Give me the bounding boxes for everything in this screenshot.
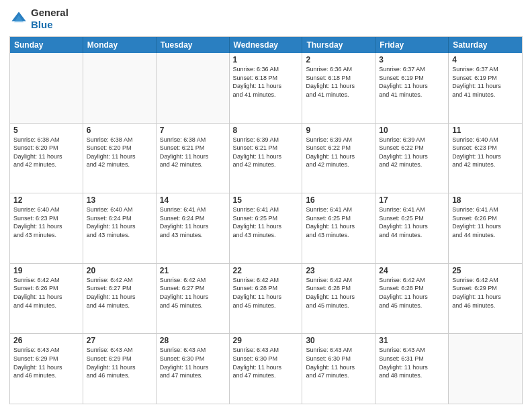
day-info: Sunrise: 6:41 AM Sunset: 6:26 PM Dayligh… <box>452 205 519 239</box>
page: General Blue SundayMondayTuesdayWednesda… <box>0 0 532 411</box>
empty-cell <box>157 53 230 123</box>
day-cell-4: 4Sunrise: 6:37 AM Sunset: 6:19 PM Daylig… <box>449 53 522 123</box>
day-info: Sunrise: 6:41 AM Sunset: 6:25 PM Dayligh… <box>233 205 299 239</box>
day-number: 17 <box>379 195 445 205</box>
calendar-row-3: 19Sunrise: 6:42 AM Sunset: 6:26 PM Dayli… <box>10 263 522 334</box>
day-cell-25: 25Sunrise: 6:42 AM Sunset: 6:29 PM Dayli… <box>449 264 522 334</box>
day-info: Sunrise: 6:38 AM Sunset: 6:21 PM Dayligh… <box>160 136 226 169</box>
calendar-row-1: 5Sunrise: 6:38 AM Sunset: 6:20 PM Daylig… <box>10 123 522 193</box>
day-cell-11: 11Sunrise: 6:40 AM Sunset: 6:23 PM Dayli… <box>449 124 522 193</box>
calendar: SundayMondayTuesdayWednesdayThursdayFrid… <box>9 36 523 404</box>
day-cell-9: 9Sunrise: 6:39 AM Sunset: 6:22 PM Daylig… <box>302 124 375 193</box>
empty-cell <box>83 53 157 123</box>
day-info: Sunrise: 6:39 AM Sunset: 6:21 PM Dayligh… <box>233 136 299 169</box>
day-info: Sunrise: 6:40 AM Sunset: 6:23 PM Dayligh… <box>452 136 519 169</box>
day-number: 7 <box>160 126 226 135</box>
day-number: 1 <box>233 55 299 64</box>
header-day-monday: Monday <box>83 37 157 53</box>
day-cell-20: 20Sunrise: 6:42 AM Sunset: 6:27 PM Dayli… <box>83 264 157 334</box>
header-day-tuesday: Tuesday <box>157 37 230 53</box>
day-cell-17: 17Sunrise: 6:41 AM Sunset: 6:25 PM Dayli… <box>375 193 449 263</box>
day-cell-13: 13Sunrise: 6:40 AM Sunset: 6:24 PM Dayli… <box>83 193 157 263</box>
day-info: Sunrise: 6:43 AM Sunset: 6:30 PM Dayligh… <box>306 346 371 379</box>
day-cell-19: 19Sunrise: 6:42 AM Sunset: 6:26 PM Dayli… <box>10 264 83 334</box>
calendar-row-4: 26Sunrise: 6:43 AM Sunset: 6:29 PM Dayli… <box>10 333 522 404</box>
day-info: Sunrise: 6:43 AM Sunset: 6:30 PM Dayligh… <box>160 346 226 379</box>
day-cell-8: 8Sunrise: 6:39 AM Sunset: 6:21 PM Daylig… <box>230 124 303 193</box>
day-number: 9 <box>306 126 371 135</box>
day-number: 10 <box>379 126 445 135</box>
day-info: Sunrise: 6:42 AM Sunset: 6:28 PM Dayligh… <box>233 276 299 310</box>
day-cell-22: 22Sunrise: 6:42 AM Sunset: 6:28 PM Dayli… <box>230 264 303 334</box>
header: General Blue <box>9 7 523 31</box>
day-cell-30: 30Sunrise: 6:43 AM Sunset: 6:30 PM Dayli… <box>302 334 375 404</box>
day-info: Sunrise: 6:41 AM Sunset: 6:24 PM Dayligh… <box>160 205 226 239</box>
day-info: Sunrise: 6:40 AM Sunset: 6:23 PM Dayligh… <box>13 205 79 239</box>
header-day-sunday: Sunday <box>10 37 83 53</box>
day-info: Sunrise: 6:42 AM Sunset: 6:28 PM Dayligh… <box>306 276 371 310</box>
day-number: 31 <box>379 336 445 345</box>
day-cell-7: 7Sunrise: 6:38 AM Sunset: 6:21 PM Daylig… <box>157 124 230 193</box>
day-number: 2 <box>306 55 371 64</box>
calendar-header: SundayMondayTuesdayWednesdayThursdayFrid… <box>10 37 522 53</box>
day-info: Sunrise: 6:39 AM Sunset: 6:22 PM Dayligh… <box>379 136 445 169</box>
empty-cell <box>10 53 83 123</box>
header-day-saturday: Saturday <box>449 37 522 53</box>
day-cell-5: 5Sunrise: 6:38 AM Sunset: 6:20 PM Daylig… <box>10 124 83 193</box>
day-info: Sunrise: 6:38 AM Sunset: 6:20 PM Dayligh… <box>87 136 152 169</box>
day-cell-31: 31Sunrise: 6:43 AM Sunset: 6:31 PM Dayli… <box>375 334 449 404</box>
day-cell-18: 18Sunrise: 6:41 AM Sunset: 6:26 PM Dayli… <box>449 193 522 263</box>
day-number: 22 <box>233 266 299 275</box>
day-number: 3 <box>379 55 445 64</box>
day-number: 27 <box>87 336 152 345</box>
day-info: Sunrise: 6:36 AM Sunset: 6:18 PM Dayligh… <box>233 65 299 99</box>
header-day-thursday: Thursday <box>302 37 375 53</box>
day-info: Sunrise: 6:41 AM Sunset: 6:25 PM Dayligh… <box>306 205 371 239</box>
day-number: 20 <box>87 266 152 275</box>
day-number: 25 <box>452 266 519 275</box>
day-number: 18 <box>452 195 519 205</box>
day-cell-1: 1Sunrise: 6:36 AM Sunset: 6:18 PM Daylig… <box>230 53 303 123</box>
day-cell-21: 21Sunrise: 6:42 AM Sunset: 6:27 PM Dayli… <box>157 264 230 334</box>
header-day-wednesday: Wednesday <box>230 37 303 53</box>
day-cell-12: 12Sunrise: 6:40 AM Sunset: 6:23 PM Dayli… <box>10 193 83 263</box>
day-info: Sunrise: 6:42 AM Sunset: 6:27 PM Dayligh… <box>160 276 226 310</box>
day-cell-29: 29Sunrise: 6:43 AM Sunset: 6:30 PM Dayli… <box>230 334 303 404</box>
day-cell-15: 15Sunrise: 6:41 AM Sunset: 6:25 PM Dayli… <box>230 193 303 263</box>
day-info: Sunrise: 6:39 AM Sunset: 6:22 PM Dayligh… <box>306 136 371 169</box>
day-cell-14: 14Sunrise: 6:41 AM Sunset: 6:24 PM Dayli… <box>157 193 230 263</box>
day-info: Sunrise: 6:36 AM Sunset: 6:18 PM Dayligh… <box>306 65 371 99</box>
day-number: 5 <box>13 126 79 135</box>
day-cell-27: 27Sunrise: 6:43 AM Sunset: 6:29 PM Dayli… <box>83 334 157 404</box>
day-info: Sunrise: 6:37 AM Sunset: 6:19 PM Dayligh… <box>452 65 519 99</box>
day-number: 11 <box>452 126 519 135</box>
day-info: Sunrise: 6:42 AM Sunset: 6:28 PM Dayligh… <box>379 276 445 310</box>
logo-icon <box>9 9 28 28</box>
day-number: 13 <box>87 195 152 205</box>
day-info: Sunrise: 6:43 AM Sunset: 6:29 PM Dayligh… <box>87 346 152 379</box>
day-cell-3: 3Sunrise: 6:37 AM Sunset: 6:19 PM Daylig… <box>375 53 449 123</box>
day-number: 19 <box>13 266 79 275</box>
day-info: Sunrise: 6:43 AM Sunset: 6:30 PM Dayligh… <box>233 346 299 379</box>
day-info: Sunrise: 6:40 AM Sunset: 6:24 PM Dayligh… <box>87 205 152 239</box>
day-info: Sunrise: 6:43 AM Sunset: 6:29 PM Dayligh… <box>13 346 79 379</box>
day-number: 21 <box>160 266 226 275</box>
day-cell-16: 16Sunrise: 6:41 AM Sunset: 6:25 PM Dayli… <box>302 193 375 263</box>
day-number: 14 <box>160 195 226 205</box>
day-info: Sunrise: 6:42 AM Sunset: 6:27 PM Dayligh… <box>87 276 152 310</box>
day-info: Sunrise: 6:37 AM Sunset: 6:19 PM Dayligh… <box>379 65 445 99</box>
day-number: 8 <box>233 126 299 135</box>
day-info: Sunrise: 6:43 AM Sunset: 6:31 PM Dayligh… <box>379 346 445 379</box>
day-cell-10: 10Sunrise: 6:39 AM Sunset: 6:22 PM Dayli… <box>375 124 449 193</box>
day-cell-2: 2Sunrise: 6:36 AM Sunset: 6:18 PM Daylig… <box>302 53 375 123</box>
calendar-row-2: 12Sunrise: 6:40 AM Sunset: 6:23 PM Dayli… <box>10 193 522 263</box>
day-info: Sunrise: 6:42 AM Sunset: 6:26 PM Dayligh… <box>13 276 79 310</box>
day-cell-26: 26Sunrise: 6:43 AM Sunset: 6:29 PM Dayli… <box>10 334 83 404</box>
calendar-row-0: 1Sunrise: 6:36 AM Sunset: 6:18 PM Daylig… <box>10 53 522 123</box>
day-cell-24: 24Sunrise: 6:42 AM Sunset: 6:28 PM Dayli… <box>375 264 449 334</box>
logo: General Blue <box>9 7 69 31</box>
day-number: 29 <box>233 336 299 345</box>
day-cell-23: 23Sunrise: 6:42 AM Sunset: 6:28 PM Dayli… <box>302 264 375 334</box>
day-number: 15 <box>233 195 299 205</box>
day-number: 28 <box>160 336 226 345</box>
